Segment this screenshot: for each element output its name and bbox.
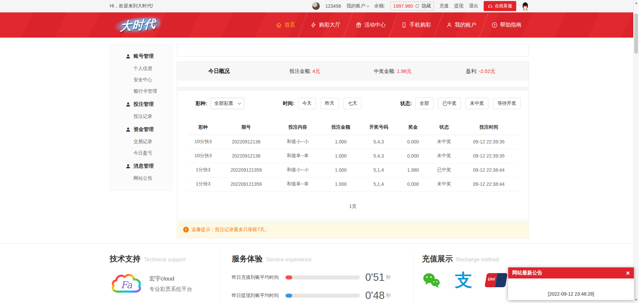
page: Hi，欢迎来到大时代! 123456 我的账户 余额: 1997.980 隐藏 <box>0 0 639 303</box>
mobile-lottery-icon <box>401 22 407 28</box>
online-service-button[interactable]: 在线客服 <box>484 1 516 11</box>
my-account-icon <box>446 22 452 28</box>
cell-amount: 1.000 <box>322 135 360 149</box>
close-icon[interactable]: × <box>626 270 630 276</box>
welcome-text: Hi，欢迎来到大时代! <box>110 3 153 9</box>
scrollbar[interactable] <box>633 0 639 303</box>
username[interactable]: 123456 <box>325 3 341 9</box>
status-filter-won[interactable]: 已中奖 <box>438 98 461 109</box>
footer-service-experience: 服务体验 Service experience 昨日充值到账平均时间 0'51 … <box>219 252 414 303</box>
bar-pill-red <box>285 275 292 279</box>
sidebar-item-transactions[interactable]: 交易记录 <box>110 136 172 147</box>
qq-icon[interactable] <box>522 2 529 10</box>
headset-icon <box>488 4 493 9</box>
withdraw-time-unit: 秒 <box>386 293 391 299</box>
cell-numbers: 5,4,3 <box>360 135 397 149</box>
time-filter-yesterday[interactable]: 昨天 <box>321 98 339 109</box>
scroll-down-arrow-icon[interactable] <box>635 299 638 301</box>
site-logo[interactable]: 大时代 <box>110 15 167 36</box>
time-filter-seven-days[interactable]: 七天 <box>343 98 362 109</box>
popup-header: 网站最新公告 × <box>508 267 634 278</box>
sidebar-item-site-announcement[interactable]: 网站公告 <box>110 173 172 184</box>
footer-brand-slogan: 专业彩票系统平台 <box>149 286 192 293</box>
account-menu[interactable]: 我的账户 <box>346 3 369 9</box>
sidebar-section-funds[interactable]: 资金管理 <box>110 122 172 136</box>
footer-brand-name: 宏宇cloud <box>149 275 192 283</box>
sidebar-section-title: 账号管理 <box>133 53 154 59</box>
alipay-icon: 支 <box>455 271 472 289</box>
table-row: 1分快3 202209121359 和值小--小 1.000 5,1,4 1.9… <box>187 163 518 177</box>
lottery-hall-icon <box>310 22 317 28</box>
main-nav: 大时代 首页 购彩大厅 <box>0 12 639 38</box>
main-content: 今日概况 投注金额: 4元 中奖金额: 1.98元 盈利: -2.02元 <box>177 44 529 238</box>
status-filter-pending[interactable]: 等待开奖 <box>493 98 521 109</box>
col-prize: 奖金 <box>397 120 428 135</box>
bet-records-panel: 今日概况 投注金额: 4元 中奖金额: 1.98元 盈利: -2.02元 <box>177 61 529 220</box>
nav-label: 购彩大厅 <box>319 21 340 29</box>
hide-balance-link[interactable]: 隐藏 <box>422 3 431 9</box>
status-badge: 已中奖 <box>429 163 460 177</box>
withdraw-time-row: 昨日提现到账平均时间 0'48 秒 <box>232 290 414 302</box>
withdraw-link[interactable]: 提现 <box>454 3 464 9</box>
col-time: 投注时间 <box>460 120 518 135</box>
cell-time: 09-12 22:38:44 <box>460 177 518 191</box>
sidebar-section-title: 投注管理 <box>133 101 154 107</box>
pagination[interactable]: 1页 <box>177 191 529 220</box>
nav-menu: 首页 购彩大厅 活动中心 <box>268 12 529 38</box>
scrollbar-thumb[interactable] <box>634 13 638 54</box>
summary-bet-amount: 投注金额: 4元 <box>261 68 349 75</box>
sidebar-section-title: 消息管理 <box>133 163 154 169</box>
table-header-row: 彩种 期号 投注内容 投注金额 开奖号码 奖金 状态 投注时间 <box>187 120 518 135</box>
footer-tech-support: 技术支持 Technical support Fa <box>110 252 219 303</box>
cell-content: 和值小--小 <box>274 163 322 177</box>
nav-item-home[interactable]: 首页 <box>268 12 303 38</box>
status-filter-all[interactable]: 全部 <box>415 98 433 109</box>
sidebar-item-bet-records[interactable]: 投注记录 <box>110 111 172 122</box>
cell-issue: 202209121359 <box>219 177 274 191</box>
sidebar-item-bank-card[interactable]: 银行卡管理 <box>110 86 172 97</box>
nav-item-mobile-lottery[interactable]: 手机购彩 <box>393 12 438 38</box>
recharge-time-value: 0'51 <box>365 271 385 284</box>
home-icon <box>276 22 282 28</box>
logout-link[interactable]: 退出 <box>469 3 478 9</box>
status-filter-lost[interactable]: 未中奖 <box>466 98 488 109</box>
table-row: 10分快3 20220912136 和值小--小 1.000 5,4,3 0.0… <box>187 135 518 149</box>
notice-bar: ! 温馨提示：投注记录最多只保留7天。 <box>177 221 529 238</box>
withdraw-time-value: 0'48 <box>365 290 385 302</box>
recharge-link[interactable]: 充值 <box>439 3 449 9</box>
sidebar-section-messages[interactable]: 消息管理 <box>110 159 172 173</box>
nav-label: 我的账户 <box>455 21 476 29</box>
avatar[interactable] <box>312 2 320 10</box>
cloud-logo-text: Fa <box>121 279 132 291</box>
sidebar-section-account[interactable]: 账号管理 <box>110 49 172 63</box>
sidebar: 账号管理 个人信息 安全中心 银行卡管理 投注管理 投注记录 资金管理 交易记录… <box>110 44 172 191</box>
balance-box: 1997.980 隐藏 <box>390 2 434 10</box>
table-row: 1分快3 202209121359 和值单--单 1.000 5,1,4 0.0… <box>187 177 518 191</box>
refresh-icon[interactable] <box>415 4 420 8</box>
recharge-time-bar <box>285 275 360 279</box>
summary-win-value: 1.98元 <box>397 68 412 74</box>
scroll-up-arrow-icon[interactable] <box>635 2 638 4</box>
time-filter-today[interactable]: 今天 <box>298 98 316 109</box>
sidebar-item-security-center[interactable]: 安全中心 <box>110 74 172 86</box>
cell-lottery: 10分快3 <box>187 135 218 149</box>
sidebar-section-betting[interactable]: 投注管理 <box>110 97 172 111</box>
summary-bet-value: 4元 <box>313 68 320 74</box>
summary-bet-label: 投注金额: <box>289 68 311 74</box>
summary-profit-value: -2.02元 <box>479 68 495 74</box>
nav-item-help-guide[interactable]: ? 帮助指南 <box>484 12 529 38</box>
service-exp-title: 服务体验 <box>232 254 263 264</box>
sidebar-item-today-profit[interactable]: 今日盈亏 <box>110 147 172 159</box>
account-menu-label: 我的账户 <box>346 3 365 9</box>
nav-item-my-account[interactable]: 我的账户 <box>439 12 484 38</box>
col-numbers: 开奖号码 <box>360 120 397 135</box>
nav-item-lottery-hall[interactable]: 购彩大厅 <box>303 12 348 38</box>
status-badge: 未中奖 <box>429 135 460 149</box>
withdraw-time-bar <box>285 294 360 298</box>
lottery-type-select[interactable]: 全部彩票 <box>211 98 244 109</box>
cell-issue: 20220912136 <box>219 149 274 163</box>
sidebar-section-title: 资金管理 <box>133 126 154 133</box>
bet-records-table: 彩种 期号 投注内容 投注金额 开奖号码 奖金 状态 投注时间 10分快3 <box>187 120 518 191</box>
sidebar-item-personal-info[interactable]: 个人信息 <box>110 63 172 74</box>
nav-item-activity-center[interactable]: 活动中心 <box>348 12 393 38</box>
